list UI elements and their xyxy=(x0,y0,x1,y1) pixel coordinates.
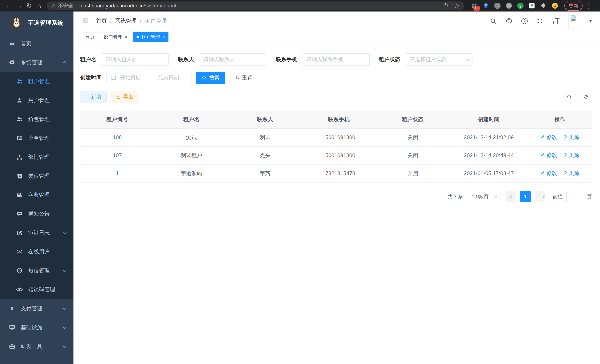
edit-link[interactable]: 修改 xyxy=(540,134,557,141)
app-logo[interactable]: 芋道管理系统 xyxy=(0,11,74,34)
avatar-caret-icon[interactable]: ▾ xyxy=(589,18,592,24)
sidebar-item-user[interactable]: 用户管理 xyxy=(0,91,74,110)
delete-link[interactable]: 删除 xyxy=(563,170,580,177)
extension-command-icon[interactable]: ⌘ xyxy=(494,3,501,9)
extension-dot-icon[interactable] xyxy=(506,3,512,9)
sidebar-item-dept[interactable]: 部门管理 xyxy=(0,148,74,167)
breadcrumb-home[interactable]: 首页 xyxy=(96,17,107,25)
extension-pin-icon[interactable] xyxy=(483,3,489,9)
mobile-input[interactable] xyxy=(302,53,370,66)
cell-actions: 修改 删除 xyxy=(528,128,592,146)
sidebar-item-dev-tools[interactable]: 研发工具 xyxy=(0,337,74,356)
sidebar-item-label: 研发工具 xyxy=(21,343,42,350)
sidebar-item-role[interactable]: 角色管理 xyxy=(0,110,74,129)
sidebar-item-menu[interactable]: 菜单管理 xyxy=(0,129,74,148)
edit-link[interactable]: 修改 xyxy=(540,152,557,159)
table-row: 108 测试 测试 15601691300 关闭 2021-12-14 21:0… xyxy=(80,128,592,146)
tag-dept[interactable]: 部门管理 × xyxy=(100,32,131,42)
breadcrumb-separator: / xyxy=(110,18,112,24)
browser-home-button[interactable]: ⌂ xyxy=(34,1,44,11)
sidebar-item-audit-log[interactable]: 审计日志 xyxy=(0,223,74,242)
sidebar-item-online-users[interactable]: 在线用户 xyxy=(0,242,74,261)
reset-button[interactable]: ↻ 重置 xyxy=(230,72,258,84)
sidebar-item-system[interactable]: 系统管理 xyxy=(0,53,74,72)
user-avatar[interactable] xyxy=(568,13,584,29)
sidebar-item-tenant[interactable]: 租户管理 xyxy=(0,72,74,91)
bookmark-star-icon[interactable]: ☆ xyxy=(454,2,459,9)
date-range-picker[interactable]: 开始日期 - 结束日期 xyxy=(106,72,191,84)
sidebar-collapse-icon[interactable] xyxy=(82,17,89,25)
tag-close-icon[interactable]: × xyxy=(162,35,165,39)
delete-link[interactable]: 删除 xyxy=(563,152,580,159)
breadcrumb: 首页 / 系统管理 / 租户管理 xyxy=(96,17,166,25)
cell-contact: 秃头 xyxy=(229,146,302,164)
address-bar[interactable]: ⚠ 不安全 dashboard.yudao.iocoder.cn /system… xyxy=(47,1,464,10)
sidebar-item-label: 字典管理 xyxy=(28,191,50,199)
sidebar-item-home[interactable]: 首页 xyxy=(0,34,74,53)
search-form-row-2: 创建时间 开始日期 - 结束日期 搜索 ↻ 重置 xyxy=(80,72,592,84)
search-button[interactable]: 搜索 xyxy=(196,72,225,84)
tag-home[interactable]: 首页 xyxy=(82,32,98,42)
status-label: 租户状态 xyxy=(379,56,400,63)
sidebar-item-sms[interactable]: 短信管理 xyxy=(0,261,74,280)
refresh-table-button[interactable] xyxy=(580,91,592,103)
trash-icon xyxy=(563,171,568,176)
browser-back-button[interactable]: ← xyxy=(4,1,14,11)
fullscreen-icon[interactable] xyxy=(536,17,544,25)
edit-link[interactable]: 修改 xyxy=(540,170,557,177)
col-tenant-id: 租户编号 xyxy=(80,111,154,128)
header-actions: ? TT ▾ xyxy=(489,13,592,29)
extension-grid-icon[interactable]: 10 xyxy=(471,3,478,9)
edit-pencil-icon xyxy=(540,171,545,176)
current-page-button[interactable]: 1 xyxy=(520,191,531,202)
github-icon[interactable] xyxy=(505,17,513,25)
prev-page-button[interactable] xyxy=(506,191,516,202)
app-header: 首页 / 系统管理 / 租户管理 ? xyxy=(74,11,600,30)
page-size-select[interactable]: 10条/页 xyxy=(468,191,501,202)
payment-yen-icon: ¥ xyxy=(9,305,16,312)
goto-page-input[interactable] xyxy=(566,191,583,202)
sidebar-item-infrastructure[interactable]: 基础设施 xyxy=(0,318,74,337)
main-area: 首页 / 系统管理 / 租户管理 ? xyxy=(74,11,600,364)
sidebar-item-dict[interactable]: 字典管理 xyxy=(0,186,74,205)
status-select[interactable]: 请选择租户状态 xyxy=(405,53,473,66)
browser-forward-button[interactable]: → xyxy=(14,1,24,11)
notice-icon xyxy=(16,210,23,217)
cell-mobile: 17321315478 xyxy=(302,164,376,182)
menu-tree-icon xyxy=(16,135,23,142)
share-icon[interactable] xyxy=(443,2,449,9)
browser-menu-icon[interactable]: ⋮ xyxy=(584,2,593,9)
active-tag-dot xyxy=(137,36,139,38)
extension-chat-icon[interactable] xyxy=(529,3,535,9)
sidebar-item-notice[interactable]: 通知公告 xyxy=(0,205,74,223)
delete-link[interactable]: 删除 xyxy=(563,134,580,141)
sidebar-item-error-code[interactable]: </> 错误码管理 xyxy=(0,280,74,299)
extension-y-icon[interactable]: y xyxy=(517,3,524,9)
breadcrumb-system[interactable]: 系统管理 xyxy=(115,17,137,25)
sidebar-item-payment[interactable]: ¥ 支付管理 xyxy=(0,299,74,318)
profile-avatar-icon[interactable] xyxy=(552,3,558,9)
font-size-icon[interactable]: TT xyxy=(552,17,560,25)
toggle-search-button[interactable] xyxy=(563,91,575,103)
chrome-update-button[interactable]: 更新 xyxy=(564,1,582,11)
help-icon[interactable]: ? xyxy=(521,18,528,24)
header-search-icon[interactable] xyxy=(489,17,497,25)
next-page-button[interactable] xyxy=(534,191,545,202)
tenant-name-input[interactable] xyxy=(101,53,169,66)
add-button[interactable]: + 新增 xyxy=(80,91,106,103)
calendar-icon xyxy=(111,75,116,81)
extensions-puzzle-icon[interactable] xyxy=(540,3,547,9)
tag-tenant-active[interactable]: 租户管理 × xyxy=(133,32,169,42)
app-title: 芋道管理系统 xyxy=(28,19,64,27)
contact-input[interactable] xyxy=(199,53,266,66)
page-size-value: 10条/页 xyxy=(472,193,489,200)
cell-status: 关闭 xyxy=(376,146,450,164)
cell-created: 2021-01-05 17:03:47 xyxy=(450,164,528,182)
breadcrumb-separator: / xyxy=(140,18,141,24)
sidebar-item-post[interactable]: 岗位管理 xyxy=(0,167,74,186)
page-unit-label: 页 xyxy=(587,193,592,200)
tag-close-icon[interactable]: × xyxy=(124,35,127,39)
export-button[interactable]: 导出 xyxy=(111,91,138,103)
browser-reload-button[interactable]: ↻ xyxy=(24,1,34,11)
sidebar-item-label: 部门管理 xyxy=(28,153,50,161)
